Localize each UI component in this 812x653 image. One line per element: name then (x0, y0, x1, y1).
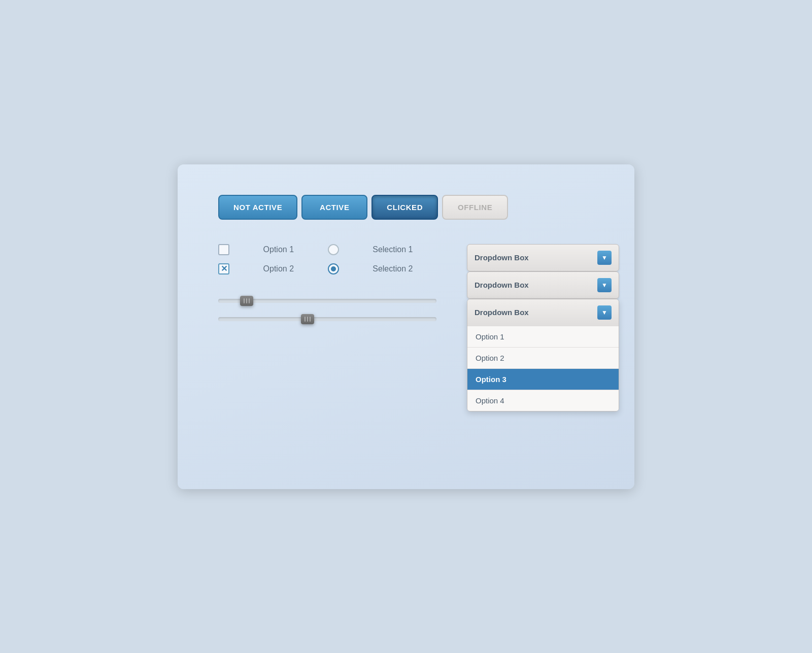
option2-label: Option 2 (263, 264, 318, 273)
slider-2-grip (304, 317, 311, 322)
dropdown-option-1[interactable]: Option 1 (467, 326, 619, 347)
dropdown-option-2[interactable]: Option 2 (467, 347, 619, 368)
dropdown-1[interactable]: Dropdown Box ▼ (467, 244, 619, 271)
buttons-row: NOT ACTIVE ACTIVE CLICKED OFFLINE (218, 195, 594, 220)
arrow-3-symbol: ▼ (601, 309, 607, 316)
dropdown-2[interactable]: Dropdown Box ▼ (467, 271, 619, 299)
slider-1-thumb[interactable] (240, 296, 253, 306)
radio-inner-dot (331, 266, 336, 271)
radio-1[interactable] (328, 244, 339, 255)
dropdown-option-4[interactable]: Option 4 (467, 390, 619, 411)
arrow-1-symbol: ▼ (601, 254, 607, 261)
main-card: NOT ACTIVE ACTIVE CLICKED OFFLINE Option… (178, 164, 634, 489)
slider-2-thumb[interactable] (301, 314, 314, 324)
dropdown-3-open: Dropdown Box ▼ Option 1 Option 2 Option … (467, 299, 619, 411)
not-active-button[interactable]: NOT ACTIVE (218, 195, 297, 220)
left-panel: Option 1 Selection 1 ✕ Option 2 Selectio… (218, 244, 436, 321)
arrow-2-symbol: ▼ (601, 282, 607, 289)
dropdown-2-arrow-icon: ▼ (597, 278, 612, 292)
dropdown-3-header[interactable]: Dropdown Box ▼ (467, 299, 619, 326)
dropdown-2-label: Dropdown Box (475, 281, 529, 289)
dropdown-3-label: Dropdown Box (475, 308, 529, 317)
selection2-label: Selection 2 (373, 264, 436, 273)
content-row: Option 1 Selection 1 ✕ Option 2 Selectio… (218, 244, 594, 411)
dropdown-1-arrow-icon: ▼ (597, 251, 612, 265)
selection1-label: Selection 1 (373, 245, 436, 254)
slider-1-grip (244, 298, 250, 303)
right-panel: Dropdown Box ▼ Dropdown Box ▼ Dropdown B… (467, 244, 619, 411)
slider-1-track (218, 299, 436, 303)
options-grid: Option 1 Selection 1 ✕ Option 2 Selectio… (218, 244, 436, 274)
dropdown-1-label: Dropdown Box (475, 253, 529, 262)
offline-button[interactable]: OFFLINE (442, 195, 508, 220)
slider-2-track (218, 317, 436, 321)
clicked-button[interactable]: CLICKED (371, 195, 438, 220)
active-button[interactable]: ACTIVE (301, 195, 367, 220)
radio-2[interactable] (328, 263, 339, 274)
sliders-area (218, 299, 436, 321)
checkbox-2[interactable]: ✕ (218, 263, 229, 274)
checkbox-1[interactable] (218, 244, 229, 255)
dropdown-option-3[interactable]: Option 3 (467, 368, 619, 390)
checkbox-check-icon: ✕ (221, 265, 227, 273)
option1-label: Option 1 (263, 245, 318, 254)
dropdown-3-arrow-icon: ▼ (597, 305, 612, 320)
